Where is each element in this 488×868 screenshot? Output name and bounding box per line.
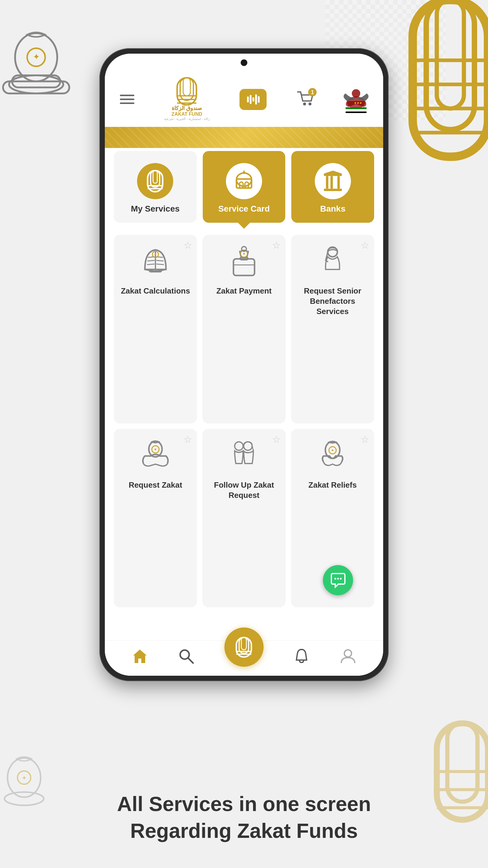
svg-line-64 bbox=[156, 264, 164, 265]
bottom-tagline: All Services in one screen Regarding Zak… bbox=[108, 790, 380, 844]
svg-rect-31 bbox=[255, 94, 257, 104]
svg-rect-91 bbox=[241, 638, 247, 650]
hamburger-menu[interactable] bbox=[120, 95, 134, 104]
nav-home[interactable] bbox=[132, 648, 148, 664]
star-zakat-payment[interactable]: ☆ bbox=[272, 240, 281, 251]
service-card-follow-up[interactable]: ☆ Follow Up Zakat Requ bbox=[202, 429, 286, 607]
star-request-zakat[interactable]: ☆ bbox=[184, 434, 192, 445]
hamburger-line-1 bbox=[120, 95, 134, 96]
qr-scan-button[interactable] bbox=[239, 89, 267, 110]
zakat-payment-icon: ✦ bbox=[226, 244, 262, 280]
svg-rect-30 bbox=[253, 97, 254, 101]
svg-point-78 bbox=[235, 442, 243, 450]
svg-point-95 bbox=[344, 650, 352, 657]
banner-pattern bbox=[105, 127, 383, 148]
bottom-text-line2: Regarding Zakat Funds bbox=[108, 817, 380, 844]
request-zakat-icon: ✦ bbox=[137, 438, 173, 474]
service-card-zakat-payment[interactable]: ☆ ✦ bbox=[202, 235, 286, 424]
svg-rect-23 bbox=[180, 78, 193, 100]
svg-text:✦: ✦ bbox=[154, 447, 157, 452]
phone-screen: صندوق الزكاة ZAKAT FUND زكاة - استثمارية… bbox=[105, 54, 383, 676]
my-services-label: My Services bbox=[131, 204, 180, 214]
my-services-icon-circle bbox=[137, 163, 173, 199]
star-senior-benefactors[interactable]: ☆ bbox=[361, 240, 369, 251]
phone-notch bbox=[105, 54, 383, 72]
nav-card-service-card[interactable]: Service Card bbox=[203, 151, 286, 223]
svg-rect-24 bbox=[183, 78, 190, 96]
bottom-text-line1: All Services in one screen bbox=[108, 790, 380, 817]
star-zakat-calc[interactable]: ☆ bbox=[184, 240, 192, 251]
cart-button[interactable]: 1 bbox=[296, 90, 314, 108]
logo-arch-icon bbox=[175, 78, 199, 105]
app-header: صندوق الزكاة ZAKAT FUND زكاة - استثمارية… bbox=[105, 72, 383, 127]
chat-fab-button[interactable] bbox=[323, 565, 353, 595]
svg-text:✦: ✦ bbox=[33, 52, 40, 61]
logo-english-text: ZAKAT FUND bbox=[171, 112, 202, 117]
top-nav-cards: My Services Service Card bbox=[105, 151, 383, 223]
banks-icon bbox=[322, 170, 344, 192]
star-zakat-reliefs[interactable]: ☆ bbox=[361, 434, 369, 445]
service-grid: ☆ bbox=[105, 223, 383, 613]
bg-arch-right bbox=[404, 0, 488, 157]
qr-icon bbox=[246, 92, 261, 107]
hamburger-line-2 bbox=[120, 98, 134, 100]
home-icon bbox=[132, 648, 148, 664]
svg-point-35 bbox=[352, 89, 360, 98]
banks-label: Banks bbox=[320, 204, 346, 214]
camera-dot bbox=[241, 59, 247, 66]
chat-icon bbox=[330, 572, 347, 589]
follow-up-icon bbox=[226, 438, 262, 474]
banks-icon-circle bbox=[315, 163, 351, 199]
nav-search[interactable] bbox=[178, 648, 195, 664]
svg-rect-28 bbox=[247, 96, 249, 102]
zakat-payment-label: Zakat Payment bbox=[216, 286, 272, 296]
follow-up-label: Follow Up Zakat Request bbox=[208, 480, 280, 501]
svg-line-63 bbox=[156, 260, 164, 261]
svg-rect-38 bbox=[346, 107, 367, 109]
phone-frame: صندوق الزكاة ZAKAT FUND زكاة - استثمارية… bbox=[99, 48, 389, 681]
nav-card-banks[interactable]: Banks bbox=[291, 151, 374, 223]
svg-rect-54 bbox=[326, 176, 328, 189]
svg-line-61 bbox=[147, 264, 155, 265]
service-card-label: Service Card bbox=[218, 204, 270, 214]
bottom-nav bbox=[105, 641, 383, 676]
svg-rect-29 bbox=[250, 95, 252, 104]
svg-point-7 bbox=[9, 75, 63, 93]
svg-point-33 bbox=[303, 102, 306, 105]
svg-point-34 bbox=[308, 102, 312, 105]
svg-line-60 bbox=[147, 260, 155, 261]
svg-rect-32 bbox=[258, 96, 260, 103]
nav-notifications[interactable] bbox=[293, 648, 310, 664]
svg-text:✦: ✦ bbox=[331, 448, 334, 453]
my-services-icon bbox=[144, 170, 166, 192]
svg-marker-86 bbox=[133, 650, 147, 663]
zakat-calc-label: Zakat Calculations bbox=[121, 286, 190, 296]
service-card-senior-benefactors[interactable]: ☆ Request Senior Benefactors Services bbox=[291, 235, 374, 424]
logo-subtag: زكاة - استثمارية - الخيرية - شرعية bbox=[164, 117, 210, 121]
nav-profile[interactable] bbox=[340, 648, 356, 664]
zakat-calc-icon: ✦ bbox=[137, 244, 173, 280]
service-card-request-zakat[interactable]: ☆ ✦ Reques bbox=[114, 429, 197, 607]
cart-badge-count: 1 bbox=[308, 88, 317, 96]
service-card-arrow bbox=[238, 223, 250, 229]
app-logo: صندوق الزكاة ZAKAT FUND زكاة - استثمارية… bbox=[164, 78, 210, 121]
nav-center-fab[interactable] bbox=[224, 627, 264, 667]
svg-rect-40 bbox=[346, 112, 367, 113]
svg-point-21 bbox=[4, 792, 44, 805]
service-card-icon bbox=[233, 170, 255, 192]
senior-benefactors-icon bbox=[315, 244, 351, 280]
svg-rect-42 bbox=[151, 170, 160, 187]
svg-text:★★★: ★★★ bbox=[354, 101, 362, 104]
svg-text:✦: ✦ bbox=[22, 775, 27, 781]
hamburger-line-3 bbox=[120, 102, 134, 104]
svg-line-88 bbox=[188, 658, 193, 663]
svg-text:✦: ✦ bbox=[154, 252, 157, 257]
svg-marker-57 bbox=[324, 170, 342, 174]
svg-point-84 bbox=[337, 578, 339, 580]
service-card-zakat-calc[interactable]: ☆ bbox=[114, 235, 197, 424]
service-card-icon-circle bbox=[226, 163, 262, 199]
nav-card-my-services[interactable]: My Services bbox=[114, 151, 197, 223]
svg-rect-68 bbox=[233, 259, 255, 276]
star-follow-up[interactable]: ☆ bbox=[272, 434, 281, 445]
profile-icon bbox=[340, 648, 356, 664]
